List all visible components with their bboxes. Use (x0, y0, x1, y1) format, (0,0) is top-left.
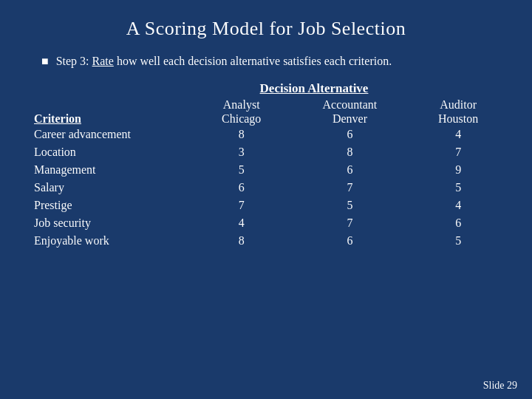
slide-number: Slide 29 (483, 380, 517, 392)
houston-value: 9 (411, 161, 505, 179)
step-rest: how well each decision alternative satis… (114, 55, 392, 67)
table-row: Management569 (34, 161, 505, 179)
scoring-table-area: Decision Alternative Analyst Accountant … (27, 81, 505, 381)
houston-value: 5 (411, 232, 505, 250)
denver-value: 8 (289, 143, 412, 161)
slide-container: A Scoring Model for Job Selection ■ Step… (0, 0, 532, 399)
criterion-cell: Salary (34, 179, 194, 197)
chicago-value: 3 (194, 143, 289, 161)
bullet-point: ■ (41, 55, 49, 68)
criterion-cell: Management (34, 161, 194, 179)
chicago-header: Chicago (194, 112, 289, 126)
scoring-table: Analyst Accountant Auditor Criterion Chi… (34, 98, 505, 250)
criterion-cell: Job security (34, 214, 194, 232)
denver-value: 6 (289, 126, 412, 143)
chicago-value: 8 (194, 126, 289, 143)
criterion-cell: Location (34, 143, 194, 161)
houston-value: 7 (411, 143, 505, 161)
houston-value: 4 (411, 197, 505, 214)
step-label: Step 3: (56, 55, 92, 67)
criterion-label: Criterion (34, 112, 194, 126)
denver-value: 5 (289, 197, 412, 214)
step-text-content: Step 3: Rate how well each decision alte… (56, 55, 505, 68)
slide-label: Slide (483, 380, 505, 391)
denver-value: 7 (289, 179, 412, 197)
table-row: Career advancement864 (34, 126, 505, 143)
criterion-cell: Enjoyable work (34, 232, 194, 250)
denver-value: 7 (289, 214, 412, 232)
table-row: Salary675 (34, 179, 505, 197)
chicago-value: 8 (194, 232, 289, 250)
houston-header: Houston (411, 112, 505, 126)
chicago-value: 6 (194, 179, 289, 197)
denver-value: 6 (289, 232, 412, 250)
analyst-header: Analyst (194, 98, 289, 112)
slide-num: 29 (507, 380, 517, 391)
slide-title: A Scoring Model for Job Selection (27, 18, 505, 40)
chicago-value: 5 (194, 161, 289, 179)
houston-value: 4 (411, 126, 505, 143)
auditor-header: Auditor (411, 98, 505, 112)
chicago-value: 4 (194, 214, 289, 232)
criterion-cell: Prestige (34, 197, 194, 214)
denver-header: Denver (289, 112, 412, 126)
step-rate-word: Rate (92, 55, 114, 67)
chicago-value: 7 (194, 197, 289, 214)
houston-value: 6 (411, 214, 505, 232)
accountant-header: Accountant (289, 98, 412, 112)
table-row: Prestige754 (34, 197, 505, 214)
step-instruction: ■ Step 3: Rate how well each decision al… (41, 55, 505, 68)
table-row: Enjoyable work865 (34, 232, 505, 250)
decision-alternative-header: Decision Alternative (123, 81, 505, 96)
criterion-empty (34, 98, 194, 112)
column-type-row: Analyst Accountant Auditor (34, 98, 505, 112)
table-row: Job security476 (34, 214, 505, 232)
denver-value: 6 (289, 161, 412, 179)
column-city-row: Criterion Chicago Denver Houston (34, 112, 505, 126)
houston-value: 5 (411, 179, 505, 197)
criterion-cell: Career advancement (34, 126, 194, 143)
table-row: Location387 (34, 143, 505, 161)
